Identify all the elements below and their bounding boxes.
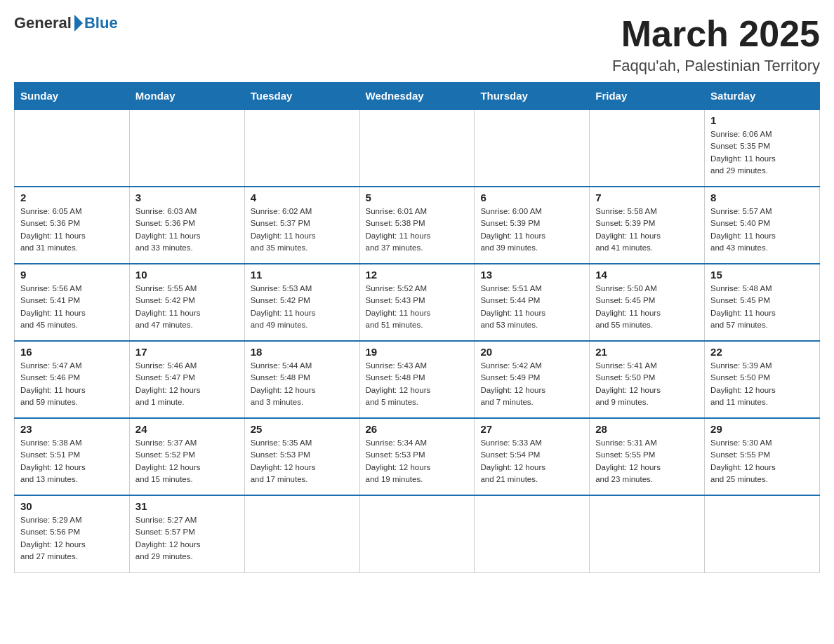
day-number: 9 (20, 269, 124, 281)
day-number: 30 (20, 500, 124, 512)
day-info: Sunrise: 5:35 AM Sunset: 5:53 PM Dayligh… (251, 437, 354, 485)
calendar-cell: 30Sunrise: 5:29 AM Sunset: 5:56 PM Dayli… (15, 495, 130, 572)
day-number: 22 (710, 346, 814, 358)
logo-general-text: General (14, 14, 72, 32)
calendar-cell: 27Sunrise: 5:33 AM Sunset: 5:54 PM Dayli… (475, 418, 590, 495)
day-info: Sunrise: 5:53 AM Sunset: 5:42 PM Dayligh… (251, 283, 354, 331)
day-number: 29 (710, 423, 814, 435)
calendar-week-row: 16Sunrise: 5:47 AM Sunset: 5:46 PM Dayli… (15, 341, 820, 418)
day-info: Sunrise: 5:57 AM Sunset: 5:40 PM Dayligh… (710, 206, 814, 254)
day-number: 24 (135, 423, 239, 435)
title-block: March 2025 Faqqu'ah, Palestinian Territo… (612, 14, 820, 75)
calendar-week-row: 1Sunrise: 6:06 AM Sunset: 5:35 PM Daylig… (15, 109, 820, 187)
day-number: 5 (366, 192, 469, 203)
calendar-cell (129, 109, 244, 187)
day-info: Sunrise: 6:05 AM Sunset: 5:36 PM Dayligh… (20, 206, 124, 254)
day-number: 12 (366, 269, 469, 281)
day-number: 2 (20, 192, 124, 203)
day-info: Sunrise: 5:41 AM Sunset: 5:50 PM Dayligh… (595, 360, 699, 408)
day-number: 1 (710, 114, 814, 126)
day-number: 4 (251, 192, 354, 203)
day-info: Sunrise: 5:58 AM Sunset: 5:39 PM Dayligh… (595, 206, 699, 254)
weekday-header-wednesday: Wednesday (359, 83, 475, 110)
calendar-header-row: SundayMondayTuesdayWednesdayThursdayFrid… (15, 83, 820, 110)
day-number: 21 (595, 346, 699, 358)
calendar-cell: 2Sunrise: 6:05 AM Sunset: 5:36 PM Daylig… (15, 187, 130, 264)
month-title: March 2025 (612, 14, 820, 54)
day-info: Sunrise: 5:47 AM Sunset: 5:46 PM Dayligh… (20, 360, 124, 408)
day-info: Sunrise: 5:44 AM Sunset: 5:48 PM Dayligh… (251, 360, 354, 408)
day-info: Sunrise: 5:46 AM Sunset: 5:47 PM Dayligh… (135, 360, 239, 408)
day-info: Sunrise: 5:31 AM Sunset: 5:55 PM Dayligh… (595, 437, 699, 485)
location-title: Faqqu'ah, Palestinian Territory (612, 57, 820, 75)
calendar-cell: 26Sunrise: 5:34 AM Sunset: 5:53 PM Dayli… (359, 418, 475, 495)
calendar-cell: 31Sunrise: 5:27 AM Sunset: 5:57 PM Dayli… (129, 495, 244, 572)
calendar-cell: 24Sunrise: 5:37 AM Sunset: 5:52 PM Dayli… (129, 418, 244, 495)
day-info: Sunrise: 6:01 AM Sunset: 5:38 PM Dayligh… (366, 206, 469, 254)
calendar-cell: 21Sunrise: 5:41 AM Sunset: 5:50 PM Dayli… (590, 341, 705, 418)
calendar-cell: 4Sunrise: 6:02 AM Sunset: 5:37 PM Daylig… (244, 187, 359, 264)
calendar-cell: 9Sunrise: 5:56 AM Sunset: 5:41 PM Daylig… (15, 264, 130, 341)
day-number: 8 (710, 192, 814, 203)
day-info: Sunrise: 5:29 AM Sunset: 5:56 PM Dayligh… (20, 514, 124, 563)
calendar-cell (244, 495, 359, 572)
calendar-cell: 7Sunrise: 5:58 AM Sunset: 5:39 PM Daylig… (590, 187, 705, 264)
calendar-cell (359, 109, 475, 187)
logo-arrow-icon (74, 15, 83, 32)
day-info: Sunrise: 5:34 AM Sunset: 5:53 PM Dayligh… (366, 437, 469, 485)
page-header: General Blue March 2025 Faqqu'ah, Palest… (14, 14, 820, 75)
day-info: Sunrise: 5:50 AM Sunset: 5:45 PM Dayligh… (595, 283, 699, 331)
calendar-week-row: 2Sunrise: 6:05 AM Sunset: 5:36 PM Daylig… (15, 187, 820, 264)
weekday-header-thursday: Thursday (475, 83, 590, 110)
day-info: Sunrise: 5:51 AM Sunset: 5:44 PM Dayligh… (480, 283, 583, 331)
day-info: Sunrise: 5:43 AM Sunset: 5:48 PM Dayligh… (366, 360, 469, 408)
calendar-cell (15, 109, 130, 187)
day-number: 16 (20, 346, 124, 358)
day-info: Sunrise: 6:03 AM Sunset: 5:36 PM Dayligh… (135, 206, 239, 254)
calendar-cell: 10Sunrise: 5:55 AM Sunset: 5:42 PM Dayli… (129, 264, 244, 341)
day-info: Sunrise: 6:02 AM Sunset: 5:37 PM Dayligh… (251, 206, 354, 254)
calendar-week-row: 9Sunrise: 5:56 AM Sunset: 5:41 PM Daylig… (15, 264, 820, 341)
day-number: 20 (480, 346, 583, 358)
calendar-week-row: 23Sunrise: 5:38 AM Sunset: 5:51 PM Dayli… (15, 418, 820, 495)
calendar-table: SundayMondayTuesdayWednesdayThursdayFrid… (14, 82, 820, 573)
day-info: Sunrise: 5:42 AM Sunset: 5:49 PM Dayligh… (480, 360, 583, 408)
calendar-cell: 29Sunrise: 5:30 AM Sunset: 5:55 PM Dayli… (705, 418, 820, 495)
day-info: Sunrise: 5:39 AM Sunset: 5:50 PM Dayligh… (710, 360, 814, 408)
calendar-cell (705, 495, 820, 572)
calendar-cell (590, 109, 705, 187)
calendar-cell (475, 495, 590, 572)
calendar-cell: 1Sunrise: 6:06 AM Sunset: 5:35 PM Daylig… (705, 109, 820, 187)
day-info: Sunrise: 5:33 AM Sunset: 5:54 PM Dayligh… (480, 437, 583, 485)
calendar-cell: 5Sunrise: 6:01 AM Sunset: 5:38 PM Daylig… (359, 187, 475, 264)
day-number: 13 (480, 269, 583, 281)
day-info: Sunrise: 5:37 AM Sunset: 5:52 PM Dayligh… (135, 437, 239, 485)
calendar-cell: 16Sunrise: 5:47 AM Sunset: 5:46 PM Dayli… (15, 341, 130, 418)
day-info: Sunrise: 5:27 AM Sunset: 5:57 PM Dayligh… (135, 514, 239, 563)
calendar-cell (359, 495, 475, 572)
calendar-cell: 25Sunrise: 5:35 AM Sunset: 5:53 PM Dayli… (244, 418, 359, 495)
day-number: 15 (710, 269, 814, 281)
weekday-header-tuesday: Tuesday (244, 83, 359, 110)
day-number: 28 (595, 423, 699, 435)
weekday-header-saturday: Saturday (705, 83, 820, 110)
calendar-cell: 22Sunrise: 5:39 AM Sunset: 5:50 PM Dayli… (705, 341, 820, 418)
calendar-cell: 20Sunrise: 5:42 AM Sunset: 5:49 PM Dayli… (475, 341, 590, 418)
logo: General Blue (14, 14, 118, 32)
calendar-week-row: 30Sunrise: 5:29 AM Sunset: 5:56 PM Dayli… (15, 495, 820, 572)
calendar-cell (475, 109, 590, 187)
calendar-cell: 12Sunrise: 5:52 AM Sunset: 5:43 PM Dayli… (359, 264, 475, 341)
calendar-cell: 19Sunrise: 5:43 AM Sunset: 5:48 PM Dayli… (359, 341, 475, 418)
weekday-header-sunday: Sunday (15, 83, 130, 110)
day-number: 7 (595, 192, 699, 203)
calendar-cell: 15Sunrise: 5:48 AM Sunset: 5:45 PM Dayli… (705, 264, 820, 341)
day-number: 31 (135, 500, 239, 512)
day-info: Sunrise: 6:06 AM Sunset: 5:35 PM Dayligh… (710, 128, 814, 177)
calendar-cell: 14Sunrise: 5:50 AM Sunset: 5:45 PM Dayli… (590, 264, 705, 341)
day-number: 25 (251, 423, 354, 435)
day-info: Sunrise: 6:00 AM Sunset: 5:39 PM Dayligh… (480, 206, 583, 254)
day-info: Sunrise: 5:38 AM Sunset: 5:51 PM Dayligh… (20, 437, 124, 485)
day-number: 17 (135, 346, 239, 358)
logo-blue-text: Blue (84, 14, 118, 32)
weekday-header-monday: Monday (129, 83, 244, 110)
